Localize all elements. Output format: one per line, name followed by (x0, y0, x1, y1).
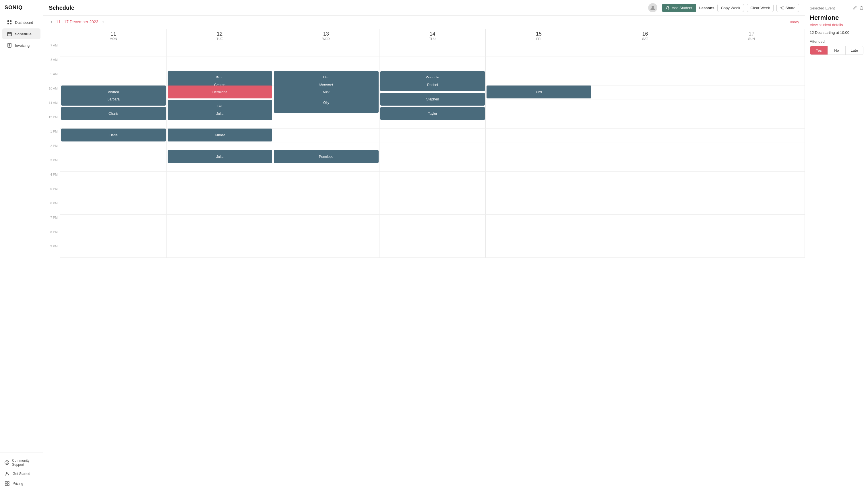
day-cell (486, 186, 592, 200)
share-button[interactable]: Share (777, 4, 799, 12)
day-cell (273, 42, 379, 57)
add-student-icon (666, 6, 670, 10)
trash-icon (860, 6, 863, 10)
time-label: 9 PM (43, 243, 60, 258)
time-label: 12 PM (43, 114, 60, 129)
sidebar-item-dashboard[interactable]: Dashboard (2, 17, 41, 28)
day-cell (273, 186, 379, 200)
sidebar-item-schedule-label: Schedule (15, 32, 31, 36)
edit-icon (853, 6, 857, 10)
event-block-penelope[interactable]: Penelope (274, 150, 379, 163)
sidebar-get-started-label: Get Started (13, 472, 30, 476)
day-cell (486, 100, 592, 114)
day-cell (592, 100, 699, 114)
day-cell (273, 200, 379, 215)
event-block-taylor[interactable]: Taylor (380, 107, 485, 120)
app-logo: SONIQ (0, 5, 43, 16)
day-cell (698, 157, 805, 172)
day-cell (592, 71, 699, 86)
day-cell (379, 42, 486, 57)
day-header-mon: 11Mon (60, 29, 167, 43)
day-number: 14 (381, 31, 485, 37)
person-icon (5, 471, 10, 476)
day-cell (167, 186, 273, 200)
delete-event-button[interactable] (860, 6, 863, 10)
day-cell (698, 172, 805, 186)
event-block-charis[interactable]: Charis (61, 107, 166, 120)
event-block-barbara[interactable]: Barbara (61, 93, 166, 106)
svg-line-26 (781, 6, 783, 7)
time-label: 9 AM (43, 71, 60, 86)
sidebar-item-pricing[interactable]: Pricing (0, 479, 43, 488)
day-cell (273, 172, 379, 186)
day-cell (60, 243, 167, 258)
event-block-julia-tue[interactable]: Julia (168, 107, 272, 120)
svg-point-23 (780, 7, 781, 8)
next-week-button[interactable]: › (101, 19, 105, 25)
day-cell (486, 71, 592, 86)
day-cell (592, 243, 699, 258)
day-cell (379, 143, 486, 157)
add-student-button[interactable]: Add Student (662, 4, 696, 12)
time-label: 1 PM (43, 129, 60, 143)
day-cell (486, 229, 592, 243)
day-cell (379, 243, 486, 258)
day-name: Wed (274, 37, 378, 40)
day-cell (698, 86, 805, 100)
event-block-hermione[interactable]: Hermione (168, 86, 272, 99)
time-label: 8 AM (43, 57, 60, 71)
day-cell (273, 215, 379, 229)
sidebar: SONIQ Dashboard (0, 0, 43, 493)
day-cell (592, 42, 699, 57)
attendance-late-button[interactable]: Late (846, 46, 863, 55)
svg-rect-15 (7, 481, 9, 483)
day-cell (486, 200, 592, 215)
event-block-rachel[interactable]: Rachel (380, 78, 485, 91)
svg-rect-0 (7, 20, 9, 22)
sidebar-item-schedule[interactable]: Schedule (2, 28, 41, 39)
sidebar-community-label: Community Support (12, 458, 38, 467)
attendance-no-button[interactable]: No (828, 46, 846, 55)
sidebar-item-get-started[interactable]: Get Started (0, 469, 43, 479)
grid-icon (5, 481, 10, 486)
prev-week-button[interactable]: ‹ (49, 19, 54, 25)
day-cell (698, 143, 805, 157)
svg-rect-4 (7, 33, 12, 36)
day-name: Mon (61, 37, 165, 40)
right-panel: Selected Event Hermione View student det… (805, 0, 868, 493)
day-header-tue: 12Tue (167, 29, 273, 43)
day-cell (167, 172, 273, 186)
svg-rect-2 (7, 23, 9, 24)
svg-rect-17 (7, 484, 9, 486)
svg-rect-16 (5, 484, 7, 486)
event-block-julia-tue2[interactable]: Julia (168, 150, 272, 163)
share-label: Share (785, 6, 796, 10)
sidebar-item-invoicing[interactable]: Invoicing (2, 40, 41, 51)
event-block-umi[interactable]: Umi (487, 86, 591, 99)
svg-point-24 (783, 8, 784, 9)
week-range-label: 11 - 17 December 2023 (56, 20, 98, 24)
share-icon (780, 6, 784, 10)
day-name: Fri (487, 37, 591, 40)
clear-week-button[interactable]: Clear Week (747, 4, 774, 12)
edit-event-button[interactable] (853, 6, 857, 10)
event-block-olly[interactable]: Olly (274, 93, 379, 113)
avatar[interactable] (648, 3, 657, 12)
event-block-kumar[interactable]: Kumar (168, 129, 272, 142)
day-number: 16 (593, 31, 697, 37)
day-cell (698, 215, 805, 229)
svg-rect-27 (860, 7, 863, 9)
today-button[interactable]: Today (789, 20, 799, 24)
day-cell (379, 200, 486, 215)
attendance-yes-button[interactable]: Yes (810, 46, 828, 55)
event-block-stephen[interactable]: Stephen (380, 93, 485, 106)
copy-week-button[interactable]: Copy Week (717, 4, 744, 12)
sidebar-item-community[interactable]: Community Support (0, 456, 43, 469)
time-label: 2 PM (43, 143, 60, 157)
week-nav-left: ‹ 11 - 17 December 2023 › (49, 19, 106, 25)
day-cell (60, 186, 167, 200)
view-student-details-link[interactable]: View student details (810, 23, 863, 27)
panel-header: Selected Event (810, 6, 863, 10)
add-student-label: Add Student (672, 6, 692, 10)
event-block-daria[interactable]: Daria (61, 129, 166, 142)
